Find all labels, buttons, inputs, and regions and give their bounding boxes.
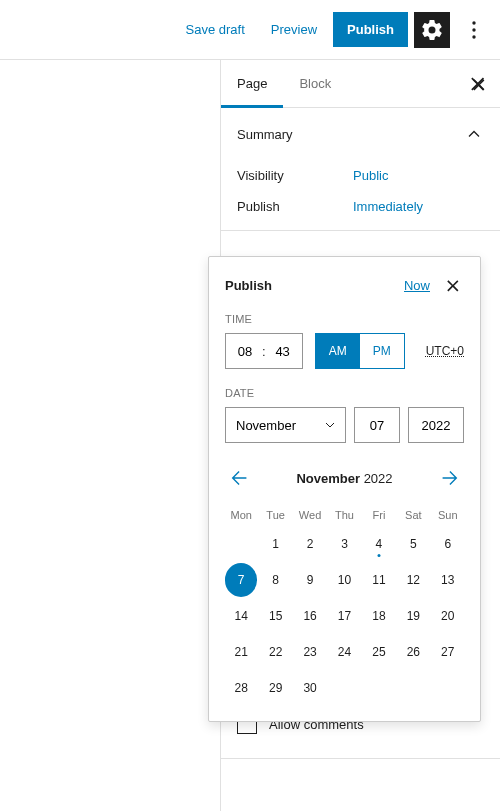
month-select[interactable]: November [225,407,346,443]
calendar-day[interactable]: 14 [225,599,257,633]
calendar-grid: MonTueWedThuFriSatSun1234567891011121314… [225,505,464,705]
calendar-title: November 2022 [296,471,392,486]
calendar-day[interactable]: 21 [225,635,257,669]
date-row: November [225,407,464,443]
calendar-day[interactable]: 8 [259,563,291,597]
calendar-day[interactable]: 28 [225,671,257,705]
calendar-day[interactable]: 10 [328,563,360,597]
arrow-left-icon [229,467,251,489]
calendar-empty [225,527,257,561]
popover-close-button[interactable] [440,273,464,297]
day-input[interactable] [354,407,400,443]
year-input[interactable] [408,407,464,443]
visibility-row: Visibility Public [237,160,484,191]
calendar-day[interactable]: 7 [225,563,257,597]
calendar-day[interactable]: 20 [432,599,464,633]
calendar-day[interactable]: 15 [259,599,291,633]
calendar-dow: Wed [294,505,326,525]
calendar-day[interactable]: 18 [363,599,395,633]
summary-panel-header[interactable]: Summary [221,108,500,160]
svg-point-0 [472,21,475,24]
publish-datetime-popover: Publish Now TIME : AM PM UTC+0 DATE Nov [208,256,481,722]
publish-value[interactable]: Immediately [353,199,423,214]
next-month-button[interactable] [434,463,464,493]
calendar-dow: Mon [225,505,257,525]
calendar-day[interactable]: 6 [432,527,464,561]
time-input-group: : [225,333,303,369]
options-button[interactable] [456,12,492,48]
time-colon: : [260,344,268,359]
time-label: TIME [225,313,464,325]
calendar-day[interactable]: 3 [328,527,360,561]
calendar-day[interactable]: 12 [397,563,429,597]
calendar-day[interactable]: 11 [363,563,395,597]
summary-title: Summary [237,127,293,142]
calendar-day[interactable]: 24 [328,635,360,669]
calendar-day[interactable]: 2 [294,527,326,561]
summary-panel-body: Visibility Public Publish Immediately [221,160,500,230]
am-button[interactable]: AM [316,334,360,368]
calendar-dow: Fri [363,505,395,525]
time-row: : AM PM UTC+0 [225,333,464,369]
calendar-day[interactable]: 27 [432,635,464,669]
calendar-dow: Sat [397,505,429,525]
pm-button[interactable]: PM [360,334,404,368]
calendar-dow: Sun [432,505,464,525]
publish-row: Publish Immediately [237,191,484,222]
calendar-day[interactable]: 13 [432,563,464,597]
calendar-day[interactable]: 19 [397,599,429,633]
calendar-dow: Thu [328,505,360,525]
sidebar-close-button[interactable] [456,60,500,108]
editor-topbar: Save draft Preview Publish [0,0,500,60]
summary-panel: Summary Visibility Public Publish Immedi… [221,108,500,231]
publish-label: Publish [237,199,353,214]
prev-month-button[interactable] [225,463,255,493]
calendar-day[interactable]: 5 [397,527,429,561]
calendar-day[interactable]: 4 [363,527,395,561]
preview-button[interactable]: Preview [261,14,327,45]
calendar-day[interactable]: 23 [294,635,326,669]
visibility-value[interactable]: Public [353,168,388,183]
sidebar-tabs: Page Block [221,60,500,108]
close-icon [468,74,488,94]
popover-header: Publish Now [225,273,464,297]
month-select-wrapper: November [225,407,346,443]
timezone-label[interactable]: UTC+0 [426,344,464,358]
tab-block[interactable]: Block [283,60,347,108]
date-label: DATE [225,387,464,399]
calendar-day[interactable]: 9 [294,563,326,597]
close-icon [442,275,462,295]
publish-button[interactable]: Publish [333,12,408,47]
calendar-day[interactable]: 26 [397,635,429,669]
calendar-day[interactable]: 25 [363,635,395,669]
ampm-toggle: AM PM [315,333,405,369]
minute-input[interactable] [268,343,298,360]
save-draft-button[interactable]: Save draft [176,14,255,45]
hour-input[interactable] [230,343,260,360]
calendar-dow: Tue [259,505,291,525]
gear-icon [420,18,444,42]
visibility-label: Visibility [237,168,353,183]
settings-button[interactable] [414,12,450,48]
calendar-day[interactable]: 30 [294,671,326,705]
tab-page[interactable]: Page [221,60,283,108]
kebab-icon [462,18,486,42]
calendar-day[interactable]: 16 [294,599,326,633]
calendar-header: November 2022 [225,463,464,493]
chevron-up-icon [464,124,484,144]
svg-point-2 [472,35,475,38]
calendar-day[interactable]: 1 [259,527,291,561]
svg-point-1 [472,28,475,31]
popover-title: Publish [225,278,272,293]
calendar-day[interactable]: 22 [259,635,291,669]
calendar-day[interactable]: 29 [259,671,291,705]
arrow-right-icon [438,467,460,489]
calendar-day[interactable]: 17 [328,599,360,633]
now-link[interactable]: Now [404,278,430,293]
